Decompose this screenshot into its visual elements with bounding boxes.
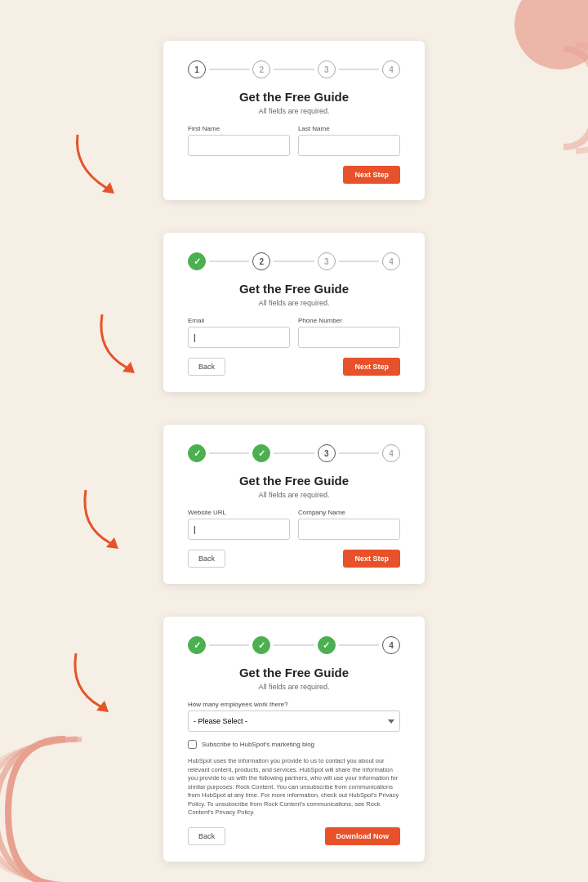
form-card-1: 1 2 3 4 Get the Free Guide All fields ar… (163, 41, 425, 200)
step-1-circle-2 (188, 252, 206, 270)
company-name-input[interactable] (298, 519, 400, 540)
step-line-1-2b (209, 261, 249, 262)
website-url-group: Website URL (188, 509, 290, 540)
main-content: 1 2 3 4 Get the Free Guide All fields ar… (0, 0, 588, 882)
form-2-fields-row: Email Phone Number (188, 317, 400, 348)
form-card-3: 3 4 Get the Free Guide All fields are re… (163, 425, 425, 584)
company-name-group: Company Name (298, 509, 400, 540)
form-3-actions: Back Next Step (188, 550, 400, 568)
first-name-group: First Name (188, 125, 290, 156)
form-1-subtitle: All fields are required. (188, 107, 400, 115)
step-line-1-2 (209, 69, 249, 70)
step-line-1-2c (209, 452, 249, 454)
step-4-circle: 4 (382, 60, 400, 78)
step-indicator-2: 2 3 4 (188, 252, 400, 270)
form-2-actions: Back Next Step (188, 358, 400, 376)
step-4-circle-3: 4 (382, 444, 400, 462)
subscribe-label: Subscribe to HubSpot's marketing blog (202, 741, 314, 748)
employees-label: How many employees work there? (188, 701, 400, 708)
step-3-circle: 3 (318, 60, 336, 78)
form-section-4: 4 Get the Free Guide All fields are requ… (0, 592, 588, 882)
step-indicator-3: 3 4 (188, 444, 400, 462)
form-card-4: 4 Get the Free Guide All fields are requ… (163, 617, 425, 862)
step-3-circle-2: 3 (318, 252, 336, 270)
step-2-circle-2: 2 (252, 252, 270, 270)
privacy-text: HubSpot uses the information you provide… (188, 757, 400, 817)
company-name-label: Company Name (298, 509, 400, 516)
form-2-subtitle: All fields are required. (188, 299, 400, 307)
last-name-input[interactable] (298, 135, 400, 156)
form-card-2: 2 3 4 Get the Free Guide All fields are … (163, 233, 425, 392)
form-4-actions: Back Download Now (188, 827, 400, 845)
form-4-title: Get the Free Guide (188, 666, 400, 679)
form-section-2: 2 3 4 Get the Free Guide All fields are … (0, 208, 588, 400)
step-line-3-4 (339, 69, 379, 70)
step-2-circle-4 (252, 636, 270, 654)
back-button-4[interactable]: Back (188, 827, 225, 845)
step-1-circle-3 (188, 444, 206, 462)
form-section-1: 1 2 3 4 Get the Free Guide All fields ar… (0, 16, 588, 208)
next-step-button-2[interactable]: Next Step (343, 358, 400, 376)
form-section-3: 3 4 Get the Free Guide All fields are re… (0, 400, 588, 592)
step-line-1-2d (209, 644, 249, 646)
download-now-button[interactable]: Download Now (325, 827, 401, 845)
email-group: Email (188, 317, 290, 348)
step-3-circle-4 (318, 636, 336, 654)
step-line-2-3b (274, 261, 314, 262)
next-step-button-3[interactable]: Next Step (343, 550, 400, 568)
phone-group: Phone Number (298, 317, 400, 348)
form-1-actions: Next Step (188, 166, 400, 184)
form-1-fields-row: First Name Last Name (188, 125, 400, 156)
form-3-subtitle: All fields are required. (188, 491, 400, 499)
last-name-group: Last Name (298, 125, 400, 156)
last-name-label: Last Name (298, 125, 400, 132)
step-indicator-1: 1 2 3 4 (188, 60, 400, 78)
next-step-button-1[interactable]: Next Step (343, 166, 400, 184)
first-name-input[interactable] (188, 135, 290, 156)
step-line-3-4d (339, 644, 379, 646)
form-4-subtitle: All fields are required. (188, 683, 400, 691)
back-button-2[interactable]: Back (188, 358, 225, 376)
subscribe-checkbox[interactable] (188, 740, 197, 749)
back-button-3[interactable]: Back (188, 550, 225, 568)
step-4-circle-4: 4 (382, 636, 400, 654)
form-3-fields-row: Website URL Company Name (188, 509, 400, 540)
step-indicator-4: 4 (188, 636, 400, 654)
step-2-circle: 2 (252, 60, 270, 78)
form-3-title: Get the Free Guide (188, 474, 400, 488)
employees-select[interactable]: - Please Select - (188, 710, 400, 732)
step-line-2-3 (274, 69, 314, 70)
step-line-3-4b (339, 261, 379, 262)
subscribe-checkbox-row: Subscribe to HubSpot's marketing blog (188, 740, 400, 749)
form-1-title: Get the Free Guide (188, 90, 400, 104)
step-4-circle-2: 4 (382, 252, 400, 270)
email-label: Email (188, 317, 290, 324)
step-line-2-3d (274, 644, 314, 646)
email-input[interactable] (188, 327, 290, 348)
step-1-circle-4 (188, 636, 206, 654)
phone-label: Phone Number (298, 317, 400, 324)
step-1-circle: 1 (188, 60, 206, 78)
phone-input[interactable] (298, 327, 400, 348)
first-name-label: First Name (188, 125, 290, 132)
step-3-circle-3: 3 (318, 444, 336, 462)
step-line-2-3c (274, 452, 314, 454)
website-url-label: Website URL (188, 509, 290, 516)
step-line-3-4c (339, 452, 379, 454)
website-url-input[interactable] (188, 519, 290, 540)
step-2-circle-3 (252, 444, 270, 462)
form-2-title: Get the Free Guide (188, 282, 400, 296)
employees-group: How many employees work there? - Please … (188, 701, 400, 732)
